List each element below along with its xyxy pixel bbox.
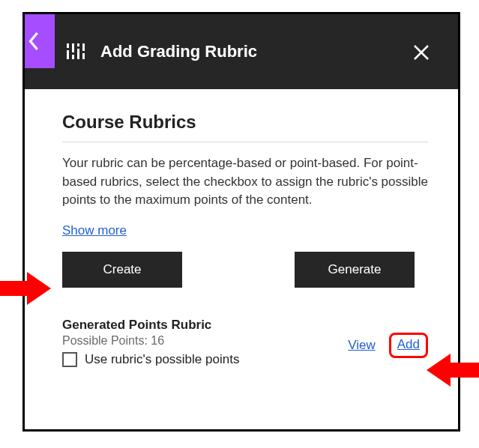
close-icon xyxy=(412,43,430,61)
panel-header: Add Grading Rubric xyxy=(25,14,458,89)
svg-rect-1 xyxy=(67,50,69,59)
use-possible-points-checkbox[interactable] xyxy=(62,352,77,367)
divider xyxy=(62,142,428,142)
rubric-name: Generated Points Rubric xyxy=(62,318,428,333)
svg-rect-5 xyxy=(77,49,79,59)
view-link[interactable]: View xyxy=(348,338,376,353)
svg-rect-3 xyxy=(72,55,74,59)
rubric-grid-icon xyxy=(66,41,87,62)
svg-rect-4 xyxy=(77,43,79,46)
chevron-left-icon xyxy=(26,29,43,53)
generate-button[interactable]: Generate xyxy=(295,252,415,288)
use-possible-points-label: Use rubric's possible points xyxy=(85,352,239,367)
rubric-actions: View Add xyxy=(348,333,428,358)
show-more-link[interactable]: Show more xyxy=(62,223,127,238)
close-button[interactable] xyxy=(410,41,433,64)
add-grading-rubric-panel: Add Grading Rubric Course Rubrics Your r… xyxy=(22,12,460,432)
svg-rect-7 xyxy=(82,53,85,59)
section-description: Your rubric can be percentage-based or p… xyxy=(62,154,428,210)
back-button[interactable] xyxy=(25,14,55,68)
panel-title: Add Grading Rubric xyxy=(100,42,257,61)
section-title: Course Rubrics xyxy=(62,112,428,133)
action-button-row: Create Generate xyxy=(62,252,428,288)
svg-rect-0 xyxy=(67,43,69,48)
rubric-item: Generated Points Rubric Possible Points:… xyxy=(62,318,428,367)
add-link[interactable]: Add xyxy=(397,337,420,351)
add-highlight-box: Add xyxy=(389,333,428,358)
panel-body: Course Rubrics Your rubric can be percen… xyxy=(62,112,428,367)
create-button[interactable]: Create xyxy=(62,252,182,288)
svg-rect-6 xyxy=(82,43,85,51)
svg-rect-2 xyxy=(72,43,74,52)
